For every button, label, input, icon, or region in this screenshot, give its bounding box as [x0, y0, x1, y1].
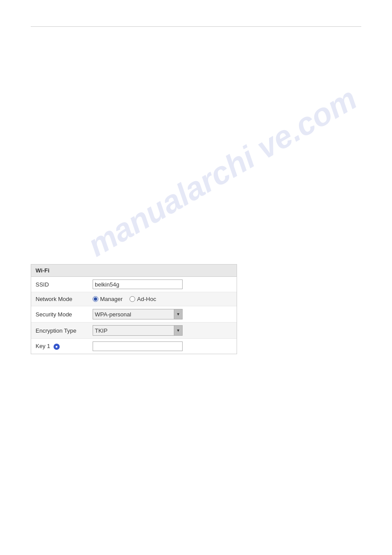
security-mode-control: WPA-personal WPA2-personal WEP None — [93, 309, 232, 319]
key1-row: Key 1 ● — [31, 339, 237, 354]
security-mode-select-wrapper: WPA-personal WPA2-personal WEP None — [93, 309, 183, 319]
key1-control — [93, 341, 232, 351]
encryption-type-row: Encryption Type TKIP AES TKIP+AES — [31, 323, 237, 339]
encryption-type-text: Encryption Type — [36, 327, 76, 334]
encryption-type-select-wrapper: TKIP AES TKIP+AES — [93, 325, 183, 336]
security-mode-row: Security Mode WPA-personal WPA2-personal… — [31, 306, 237, 323]
top-divider — [31, 26, 361, 27]
page-container: manualarchi ve.com Wi-Fi SSID Network Mo… — [0, 0, 392, 555]
radio-adhoc-label[interactable]: Ad-Hoc — [129, 296, 156, 302]
network-mode-control: Manager Ad-Hoc — [93, 296, 232, 302]
wifi-section-header: Wi-Fi — [31, 265, 237, 277]
security-mode-text: Security Mode — [36, 311, 72, 318]
watermark-text: manualarchi ve.com — [82, 80, 363, 263]
radio-adhoc[interactable] — [129, 296, 135, 302]
encryption-type-select[interactable]: TKIP AES TKIP+AES — [93, 325, 183, 336]
ssid-row: SSID — [31, 277, 237, 292]
encryption-type-label: Encryption Type — [36, 327, 93, 334]
key1-label-text: Key 1 — [36, 343, 50, 349]
key1-label: Key 1 ● — [36, 343, 93, 350]
wifi-header-label: Wi-Fi — [36, 267, 50, 274]
key1-info-icon[interactable]: ● — [54, 344, 60, 350]
security-mode-select[interactable]: WPA-personal WPA2-personal WEP None — [93, 309, 183, 319]
ssid-input[interactable] — [93, 279, 183, 289]
encryption-type-control: TKIP AES TKIP+AES — [93, 325, 232, 336]
network-mode-row: Network Mode Manager Ad-Hoc — [31, 292, 237, 306]
radio-adhoc-text: Ad-Hoc — [137, 296, 156, 302]
network-mode-label: Network Mode — [36, 296, 93, 302]
radio-manager[interactable] — [93, 296, 98, 302]
radio-manager-text: Manager — [100, 296, 122, 302]
key1-input[interactable] — [93, 341, 183, 351]
ssid-label: SSID — [36, 281, 93, 288]
radio-manager-label[interactable]: Manager — [93, 296, 122, 302]
ssid-control — [93, 279, 232, 289]
wifi-section: Wi-Fi SSID Network Mode Manager — [31, 264, 237, 354]
security-mode-label: Security Mode — [36, 311, 93, 318]
